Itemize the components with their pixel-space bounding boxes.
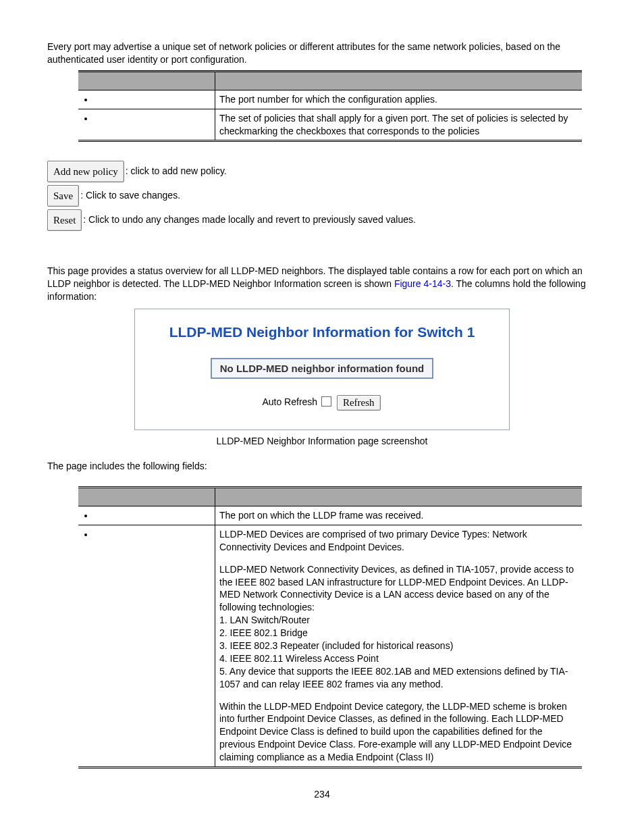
fields-table: The port on which the LLDP frame was rec… (78, 486, 582, 768)
figure-caption: LLDP-MED Neighbor Information page scree… (47, 436, 597, 446)
auto-refresh-checkbox[interactable] (321, 396, 331, 407)
overview-paragraph: This page provides a status overview for… (47, 265, 597, 303)
t1-row2-label (95, 112, 211, 125)
t1-row1-desc: The port number for which the configurat… (215, 90, 583, 109)
t2-row2-desc: LLDP-MED Devices are comprised of two pr… (215, 525, 583, 767)
t1-row1-label (95, 93, 211, 106)
figure-title: LLDP-MED Neighbor Information for Switch… (147, 324, 497, 340)
reset-desc: : Click to undo any changes made locally… (83, 214, 416, 225)
no-info-message: No LLDP-MED neighbor information found (211, 358, 433, 379)
intro-paragraph: Every port may advertise a unique set of… (47, 41, 597, 66)
t2-row1-label (95, 509, 211, 522)
page-number: 234 (47, 789, 597, 800)
add-desc: : click to add new policy. (126, 165, 227, 176)
add-new-policy-button[interactable]: Add new policy (47, 161, 124, 182)
t1-row2-desc: The set of policies that shall apply for… (215, 109, 583, 141)
screenshot-figure: LLDP-MED Neighbor Information for Switch… (134, 309, 510, 430)
reset-button[interactable]: Reset (47, 209, 82, 231)
t2-row1-desc: The port on which the LLDP frame was rec… (215, 506, 583, 525)
auto-refresh-label: Auto Refresh (262, 396, 317, 407)
fields-lead: The page includes the following fields: (47, 460, 597, 473)
save-desc: : Click to save changes. (80, 190, 180, 201)
port-policy-table: The port number for which the configurat… (78, 70, 582, 142)
t2-row2-label (95, 528, 211, 541)
refresh-button[interactable]: Refresh (337, 395, 381, 411)
figure-reference-link[interactable]: Figure 4-14-3 (394, 278, 451, 289)
save-button[interactable]: Save (47, 185, 79, 207)
